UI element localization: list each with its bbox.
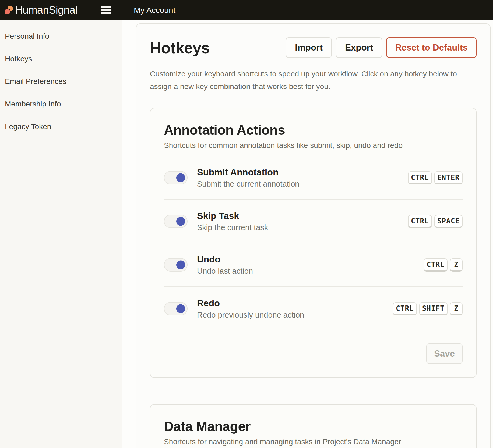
hotkey-keys[interactable]: CTRL SPACE [408,215,463,228]
sidebar-item[interactable]: Personal Info [0,25,122,48]
hotkey-description: Skip the current task [197,223,408,232]
hotkey-description: Submit the current annotation [197,180,408,189]
sidebar-item-label: Membership Info [5,100,61,108]
page-header-title: My Account [122,0,175,20]
hotkey-keys[interactable]: CTRL ENTER [408,171,463,184]
hotkey-keys[interactable]: CTRL Z [424,258,463,272]
annotation-actions-card: Annotation Actions Shortcuts for common … [150,108,477,378]
section-subtitle: Shortcuts for common annotation tasks li… [164,141,463,150]
top-bar-sidebar-section: HumanSignal [0,0,122,20]
keycap[interactable]: SHIFT [419,302,448,315]
hotkey-title: Skip Task [197,211,408,221]
hotkey-rows: Submit Annotation Submit the current ann… [164,156,463,330]
sidebar-item-label: Personal Info [5,32,49,41]
hotkey-row: Submit Annotation Submit the current ann… [164,156,463,200]
save-button[interactable]: Save [426,343,463,364]
top-bar: HumanSignal My Account [0,0,493,20]
keycap[interactable]: CTRL [424,258,448,272]
hotkey-toggle[interactable] [164,258,188,272]
import-button[interactable]: Import [286,37,332,58]
hotkey-row: Redo Redo previously undone action CTRL … [164,287,463,330]
hotkey-title: Undo [197,254,424,265]
sidebar-item-label: Hotkeys [5,55,32,63]
hotkey-title: Submit Annotation [197,167,408,177]
section-title: Data Manager [164,419,463,434]
brand-name: HumanSignal [15,4,77,16]
keycap[interactable]: CTRL [393,302,417,315]
account-sidebar: Personal Info Hotkeys Email Preferences … [0,20,122,448]
hotkey-title: Redo [197,298,393,308]
hotkey-description: Redo previously undone action [197,311,393,319]
sidebar-item[interactable]: Membership Info [0,93,122,115]
brand-logo[interactable]: HumanSignal [5,4,77,16]
page-title: Hotkeys [150,39,286,57]
reset-to-defaults-button[interactable]: Reset to Defaults [386,37,477,58]
hotkey-toggle[interactable] [164,302,188,315]
main-content: Hotkeys Import Export Reset to Defaults … [122,20,493,448]
sidebar-item[interactable]: Hotkeys [0,48,122,70]
keycap[interactable]: Z [450,258,463,272]
hotkey-row: Undo Undo last action CTRL Z [164,243,463,287]
keycap[interactable]: Z [450,302,463,315]
sidebar-item[interactable]: Legacy Token [0,115,122,138]
hotkeys-header: Hotkeys Import Export Reset to Defaults [150,37,477,58]
toggle-knob [176,304,185,313]
toggle-knob [176,217,185,226]
hotkeys-panel: Hotkeys Import Export Reset to Defaults … [136,23,491,448]
hotkeys-description: Customize your keyboard shortcuts to spe… [150,67,477,93]
keycap[interactable]: SPACE [434,215,463,228]
hotkey-row: Skip Task Skip the current task CTRL SPA… [164,200,463,243]
keycap[interactable]: ENTER [434,171,463,184]
sidebar-item[interactable]: Email Preferences [0,70,122,93]
section-title: Annotation Actions [164,122,463,138]
hotkey-description: Undo last action [197,267,424,276]
toggle-knob [176,261,185,269]
hamburger-menu-icon[interactable] [101,6,111,14]
humansignal-logo-icon [5,6,13,14]
keycap[interactable]: CTRL [408,171,432,184]
sidebar-item-label: Email Preferences [5,77,66,86]
sidebar-item-label: Legacy Token [5,122,51,131]
data-manager-card: Data Manager Shortcuts for navigating an… [150,404,477,448]
keycap[interactable]: CTRL [408,215,432,228]
hotkey-toggle[interactable] [164,171,188,184]
toggle-knob [176,173,185,182]
hotkey-keys[interactable]: CTRL SHIFT Z [393,302,463,315]
export-button[interactable]: Export [336,37,382,58]
section-subtitle: Shortcuts for navigating and managing ta… [164,438,463,446]
hotkey-toggle[interactable] [164,215,188,228]
